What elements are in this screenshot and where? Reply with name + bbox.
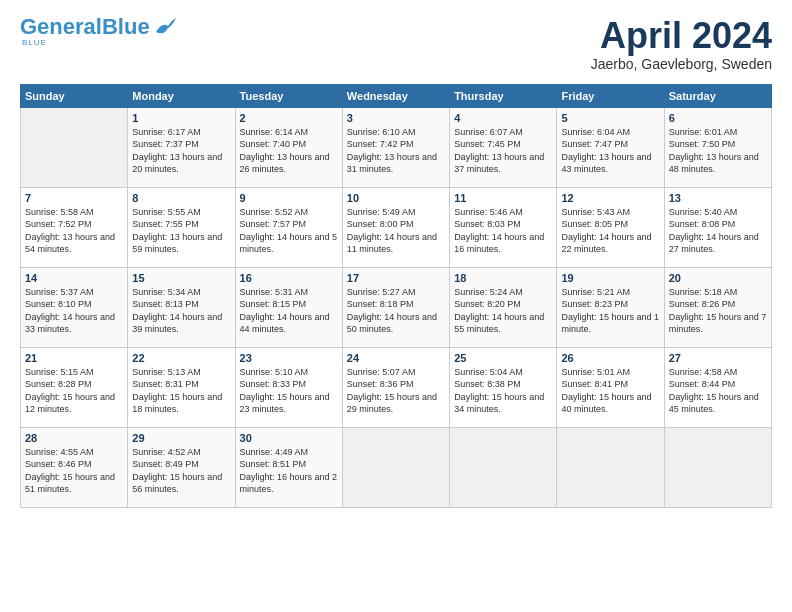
day-detail: Sunrise: 5:55 AMSunset: 7:55 PMDaylight:… — [132, 206, 230, 256]
month-title: April 2024 — [591, 16, 772, 56]
week-row-2: 7Sunrise: 5:58 AMSunset: 7:52 PMDaylight… — [21, 187, 772, 267]
day-detail: Sunrise: 5:13 AMSunset: 8:31 PMDaylight:… — [132, 366, 230, 416]
day-number: 25 — [454, 352, 552, 364]
day-number: 22 — [132, 352, 230, 364]
day-cell: 30Sunrise: 4:49 AMSunset: 8:51 PMDayligh… — [235, 427, 342, 507]
day-detail: Sunrise: 6:07 AMSunset: 7:45 PMDaylight:… — [454, 126, 552, 176]
day-number: 21 — [25, 352, 123, 364]
day-number: 16 — [240, 272, 338, 284]
day-detail: Sunrise: 5:07 AMSunset: 8:36 PMDaylight:… — [347, 366, 445, 416]
logo: GeneralBlue BLUE — [20, 16, 176, 47]
day-cell: 26Sunrise: 5:01 AMSunset: 8:41 PMDayligh… — [557, 347, 664, 427]
day-detail: Sunrise: 6:04 AMSunset: 7:47 PMDaylight:… — [561, 126, 659, 176]
day-detail: Sunrise: 5:31 AMSunset: 8:15 PMDaylight:… — [240, 286, 338, 336]
day-number: 4 — [454, 112, 552, 124]
week-row-4: 21Sunrise: 5:15 AMSunset: 8:28 PMDayligh… — [21, 347, 772, 427]
day-detail: Sunrise: 4:58 AMSunset: 8:44 PMDaylight:… — [669, 366, 767, 416]
day-number: 20 — [669, 272, 767, 284]
day-cell: 20Sunrise: 5:18 AMSunset: 8:26 PMDayligh… — [664, 267, 771, 347]
day-detail: Sunrise: 5:46 AMSunset: 8:03 PMDaylight:… — [454, 206, 552, 256]
header-day-thursday: Thursday — [450, 84, 557, 107]
day-cell — [557, 427, 664, 507]
day-cell: 29Sunrise: 4:52 AMSunset: 8:49 PMDayligh… — [128, 427, 235, 507]
day-cell: 28Sunrise: 4:55 AMSunset: 8:46 PMDayligh… — [21, 427, 128, 507]
day-detail: Sunrise: 5:40 AMSunset: 8:08 PMDaylight:… — [669, 206, 767, 256]
day-detail: Sunrise: 5:34 AMSunset: 8:13 PMDaylight:… — [132, 286, 230, 336]
day-detail: Sunrise: 6:17 AMSunset: 7:37 PMDaylight:… — [132, 126, 230, 176]
logo-tagline: BLUE — [22, 38, 47, 47]
day-detail: Sunrise: 4:55 AMSunset: 8:46 PMDaylight:… — [25, 446, 123, 496]
week-row-1: 1Sunrise: 6:17 AMSunset: 7:37 PMDaylight… — [21, 107, 772, 187]
day-number: 15 — [132, 272, 230, 284]
day-detail: Sunrise: 6:10 AMSunset: 7:42 PMDaylight:… — [347, 126, 445, 176]
day-cell: 14Sunrise: 5:37 AMSunset: 8:10 PMDayligh… — [21, 267, 128, 347]
day-cell: 12Sunrise: 5:43 AMSunset: 8:05 PMDayligh… — [557, 187, 664, 267]
day-cell: 17Sunrise: 5:27 AMSunset: 8:18 PMDayligh… — [342, 267, 449, 347]
day-detail: Sunrise: 5:15 AMSunset: 8:28 PMDaylight:… — [25, 366, 123, 416]
day-number: 13 — [669, 192, 767, 204]
logo-blue: Blue — [102, 14, 150, 39]
week-row-5: 28Sunrise: 4:55 AMSunset: 8:46 PMDayligh… — [21, 427, 772, 507]
day-cell — [450, 427, 557, 507]
day-cell: 25Sunrise: 5:04 AMSunset: 8:38 PMDayligh… — [450, 347, 557, 427]
day-detail: Sunrise: 5:52 AMSunset: 7:57 PMDaylight:… — [240, 206, 338, 256]
header-day-monday: Monday — [128, 84, 235, 107]
day-number: 24 — [347, 352, 445, 364]
day-cell: 18Sunrise: 5:24 AMSunset: 8:20 PMDayligh… — [450, 267, 557, 347]
day-number: 27 — [669, 352, 767, 364]
day-cell: 15Sunrise: 5:34 AMSunset: 8:13 PMDayligh… — [128, 267, 235, 347]
day-number: 7 — [25, 192, 123, 204]
day-cell: 10Sunrise: 5:49 AMSunset: 8:00 PMDayligh… — [342, 187, 449, 267]
day-cell: 19Sunrise: 5:21 AMSunset: 8:23 PMDayligh… — [557, 267, 664, 347]
header-day-tuesday: Tuesday — [235, 84, 342, 107]
header-day-wednesday: Wednesday — [342, 84, 449, 107]
day-cell — [342, 427, 449, 507]
logo-text: GeneralBlue — [20, 16, 150, 38]
day-number: 9 — [240, 192, 338, 204]
day-cell: 4Sunrise: 6:07 AMSunset: 7:45 PMDaylight… — [450, 107, 557, 187]
day-cell: 3Sunrise: 6:10 AMSunset: 7:42 PMDaylight… — [342, 107, 449, 187]
day-detail: Sunrise: 5:24 AMSunset: 8:20 PMDaylight:… — [454, 286, 552, 336]
day-cell: 13Sunrise: 5:40 AMSunset: 8:08 PMDayligh… — [664, 187, 771, 267]
calendar-table: SundayMondayTuesdayWednesdayThursdayFrid… — [20, 84, 772, 508]
day-number: 11 — [454, 192, 552, 204]
day-detail: Sunrise: 6:01 AMSunset: 7:50 PMDaylight:… — [669, 126, 767, 176]
day-number: 12 — [561, 192, 659, 204]
day-cell: 9Sunrise: 5:52 AMSunset: 7:57 PMDaylight… — [235, 187, 342, 267]
logo-general: General — [20, 14, 102, 39]
header-day-friday: Friday — [557, 84, 664, 107]
day-number: 29 — [132, 432, 230, 444]
day-cell: 1Sunrise: 6:17 AMSunset: 7:37 PMDaylight… — [128, 107, 235, 187]
day-cell: 11Sunrise: 5:46 AMSunset: 8:03 PMDayligh… — [450, 187, 557, 267]
day-detail: Sunrise: 6:14 AMSunset: 7:40 PMDaylight:… — [240, 126, 338, 176]
day-cell — [664, 427, 771, 507]
day-detail: Sunrise: 5:10 AMSunset: 8:33 PMDaylight:… — [240, 366, 338, 416]
day-number: 10 — [347, 192, 445, 204]
day-detail: Sunrise: 5:21 AMSunset: 8:23 PMDaylight:… — [561, 286, 659, 336]
day-cell: 27Sunrise: 4:58 AMSunset: 8:44 PMDayligh… — [664, 347, 771, 427]
day-number: 23 — [240, 352, 338, 364]
day-detail: Sunrise: 5:04 AMSunset: 8:38 PMDaylight:… — [454, 366, 552, 416]
header-day-sunday: Sunday — [21, 84, 128, 107]
day-cell: 24Sunrise: 5:07 AMSunset: 8:36 PMDayligh… — [342, 347, 449, 427]
day-detail: Sunrise: 5:37 AMSunset: 8:10 PMDaylight:… — [25, 286, 123, 336]
day-cell: 7Sunrise: 5:58 AMSunset: 7:52 PMDaylight… — [21, 187, 128, 267]
day-detail: Sunrise: 5:27 AMSunset: 8:18 PMDaylight:… — [347, 286, 445, 336]
day-detail: Sunrise: 5:01 AMSunset: 8:41 PMDaylight:… — [561, 366, 659, 416]
page-header: GeneralBlue BLUE April 2024 Jaerbo, Gaev… — [20, 16, 772, 72]
day-cell: 2Sunrise: 6:14 AMSunset: 7:40 PMDaylight… — [235, 107, 342, 187]
day-detail: Sunrise: 4:49 AMSunset: 8:51 PMDaylight:… — [240, 446, 338, 496]
day-detail: Sunrise: 5:43 AMSunset: 8:05 PMDaylight:… — [561, 206, 659, 256]
day-number: 2 — [240, 112, 338, 124]
day-cell: 6Sunrise: 6:01 AMSunset: 7:50 PMDaylight… — [664, 107, 771, 187]
day-number: 8 — [132, 192, 230, 204]
day-number: 14 — [25, 272, 123, 284]
location: Jaerbo, Gaevleborg, Sweden — [591, 56, 772, 72]
day-number: 6 — [669, 112, 767, 124]
day-cell: 21Sunrise: 5:15 AMSunset: 8:28 PMDayligh… — [21, 347, 128, 427]
day-number: 18 — [454, 272, 552, 284]
day-detail: Sunrise: 5:49 AMSunset: 8:00 PMDaylight:… — [347, 206, 445, 256]
day-number: 5 — [561, 112, 659, 124]
logo-bird-icon — [154, 18, 176, 36]
day-number: 1 — [132, 112, 230, 124]
